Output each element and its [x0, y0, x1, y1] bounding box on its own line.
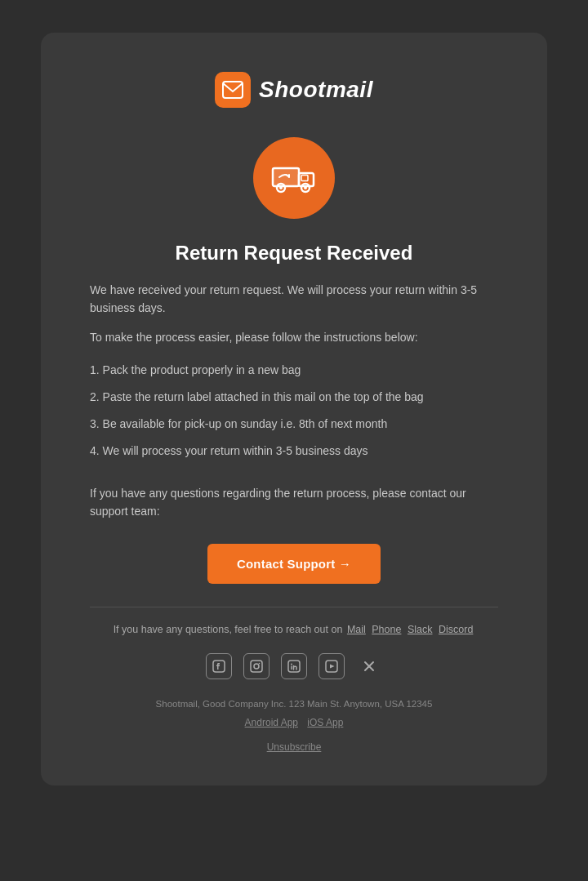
step-2: 2. Paste the return label attached in th… [90, 384, 498, 411]
svg-rect-1 [273, 168, 299, 186]
twitter-x-icon[interactable] [356, 653, 382, 679]
ios-app-link[interactable]: iOS App [307, 717, 343, 728]
step-3: 3. Be available for pick-up on sunday i.… [90, 411, 498, 438]
slack-link[interactable]: Slack [408, 624, 433, 635]
discord-link[interactable]: Discord [439, 624, 473, 635]
main-heading: Return Request Received [90, 242, 498, 265]
svg-rect-0 [223, 82, 243, 98]
step-1: 1. Pack the product properly in a new ba… [90, 357, 498, 384]
mail-link[interactable]: Mail [347, 624, 366, 635]
return-truck-icon [253, 137, 335, 219]
footer-company: Shootmail, Good Company Inc. 123 Main St… [90, 699, 498, 709]
logo-row: Shootmail [90, 72, 498, 108]
phone-link[interactable]: Phone [372, 624, 401, 635]
instructions-intro: To make the process easier, please follo… [90, 331, 498, 344]
support-text: If you have any questions regarding the … [90, 484, 498, 521]
instagram-icon[interactable] [243, 653, 270, 679]
social-row [90, 653, 498, 679]
logo-text: Shootmail [259, 77, 373, 103]
steps-list: 1. Pack the product properly in a new ba… [90, 357, 498, 465]
facebook-icon[interactable] [206, 653, 232, 679]
footer-unsub: Unsubscribe [90, 741, 498, 753]
svg-rect-10 [251, 661, 262, 672]
body-intro: We have received your return request. We… [90, 281, 498, 318]
reach-out-prefix: If you have any questions, feel free to … [114, 624, 343, 635]
svg-point-8 [304, 186, 307, 189]
email-card: Shootmail Return Request Receiv [41, 33, 547, 785]
reach-out-row: If you have any questions, feel free to … [90, 624, 498, 635]
svg-point-12 [259, 662, 261, 664]
svg-point-11 [254, 664, 259, 669]
step-4: 4. We will process your return within 3-… [90, 438, 498, 465]
youtube-icon[interactable] [318, 653, 345, 679]
logo-icon [215, 72, 251, 108]
svg-point-6 [279, 186, 283, 189]
android-app-link[interactable]: Android App [245, 717, 298, 728]
svg-rect-4 [301, 176, 308, 181]
linkedin-icon[interactable] [281, 653, 307, 679]
svg-point-14 [291, 663, 292, 665]
divider [90, 607, 498, 607]
hero-icon-wrap [90, 137, 498, 219]
svg-marker-17 [330, 664, 335, 668]
contact-support-button[interactable]: Contact Support → [207, 544, 381, 584]
cta-wrap: Contact Support → [90, 544, 498, 584]
unsubscribe-link[interactable]: Unsubscribe [267, 741, 322, 753]
footer-apps: Android App iOS App [90, 717, 498, 728]
